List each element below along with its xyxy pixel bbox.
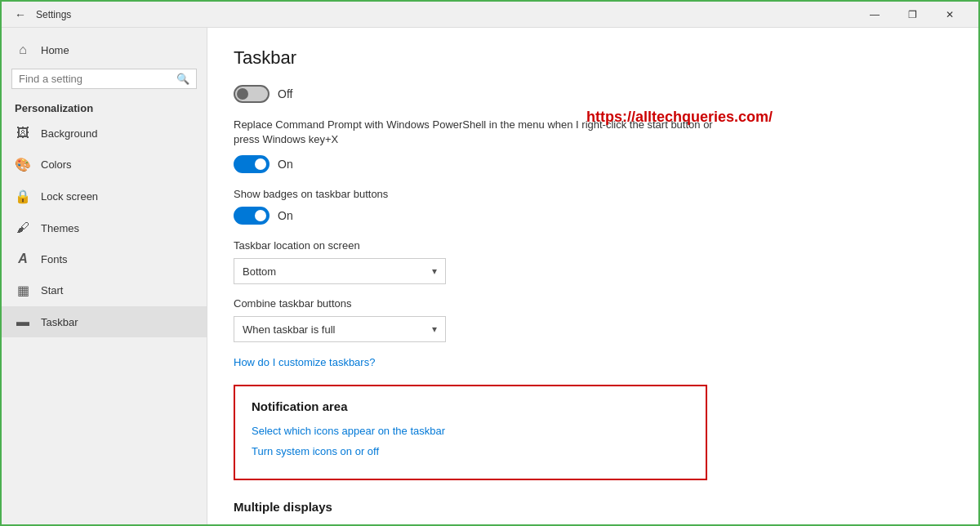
- minimize-button[interactable]: —: [856, 2, 893, 28]
- description1: Replace Command Prompt with Windows Powe…: [234, 118, 724, 147]
- location-value: Bottom: [243, 265, 276, 278]
- toggle2-control: On: [234, 155, 952, 173]
- combine-dropdown[interactable]: When taskbar is full ▾: [234, 316, 446, 342]
- sidebar-colors-label: Colors: [41, 158, 194, 171]
- colors-icon: 🎨: [15, 157, 31, 172]
- sidebar-item-fonts[interactable]: A Fonts: [2, 243, 207, 274]
- background-icon: 🖼: [15, 126, 31, 140]
- notification-area-box: Notification area Select which icons app…: [234, 385, 707, 480]
- toggle2-row: On: [234, 155, 952, 173]
- sidebar-fonts-label: Fonts: [41, 253, 194, 265]
- toggle2-label: On: [278, 158, 293, 171]
- toggle3-track: [234, 207, 270, 225]
- toggle2[interactable]: [234, 155, 270, 173]
- home-icon: ⌂: [15, 42, 31, 57]
- title-bar-left: ← Settings: [11, 5, 71, 25]
- toggle3-thumb: [255, 210, 266, 221]
- main-panel: https://alltechqueries.com/ Taskbar Off …: [207, 28, 978, 524]
- combine-value: When taskbar is full: [243, 323, 335, 336]
- maximize-button[interactable]: ❐: [893, 2, 931, 28]
- sidebar-home-label: Home: [41, 44, 194, 56]
- sidebar-section-label: Personalization: [2, 96, 207, 118]
- title-bar-title: Settings: [36, 9, 71, 20]
- search-icon: 🔍: [176, 73, 189, 85]
- sidebar-item-taskbar[interactable]: ▬ Taskbar: [2, 306, 207, 337]
- toggle3-control: On: [234, 207, 952, 225]
- toggle1-track: [234, 85, 270, 103]
- toggle3[interactable]: [234, 207, 270, 225]
- content-area: https://alltechqueries.com/ Taskbar Off …: [234, 47, 952, 524]
- multiple-displays-title: Multiple displays: [234, 500, 952, 514]
- sidebar-item-start[interactable]: ▦ Start: [2, 274, 207, 306]
- badges-label: Show badges on taskbar buttons: [234, 188, 952, 200]
- notification-link2[interactable]: Turn system icons on or off: [252, 445, 689, 457]
- sidebar-item-lock-screen[interactable]: 🔒 Lock screen: [2, 181, 207, 212]
- toggle1-row: Off: [234, 85, 952, 103]
- notification-link1[interactable]: Select which icons appear on the taskbar: [252, 425, 689, 437]
- toggle3-label: On: [278, 209, 293, 222]
- toggle1[interactable]: [234, 85, 270, 103]
- themes-icon: 🖌: [15, 221, 31, 235]
- sidebar-lock-screen-label: Lock screen: [41, 190, 194, 203]
- combine-dropdown-arrow: ▾: [432, 323, 437, 335]
- toggle2-track: [234, 155, 270, 173]
- app-body: ⌂ Home 🔍 Personalization 🖼 Background 🎨 …: [2, 28, 978, 524]
- search-input[interactable]: [19, 73, 176, 85]
- page-title: Taskbar: [234, 47, 952, 69]
- sidebar-item-background[interactable]: 🖼 Background: [2, 118, 207, 149]
- notification-area-title: Notification area: [252, 399, 689, 413]
- location-label: Taskbar location on screen: [234, 239, 952, 252]
- combine-label: Combine taskbar buttons: [234, 297, 952, 310]
- toggle2-thumb: [255, 158, 266, 170]
- toggle1-thumb: [237, 88, 248, 100]
- sidebar-item-colors[interactable]: 🎨 Colors: [2, 149, 207, 181]
- lock-screen-icon: 🔒: [15, 189, 31, 204]
- customize-link[interactable]: How do I customize taskbars?: [234, 356, 375, 368]
- sidebar-search-box[interactable]: 🔍: [11, 69, 197, 89]
- location-dropdown[interactable]: Bottom ▾: [234, 258, 446, 284]
- start-icon: ▦: [15, 283, 31, 298]
- back-button[interactable]: ←: [11, 5, 29, 25]
- sidebar-item-themes[interactable]: 🖌 Themes: [2, 212, 207, 243]
- title-bar: ← Settings — ❐ ✕: [2, 2, 978, 28]
- toggle1-control: Off: [234, 85, 952, 103]
- fonts-icon: A: [15, 252, 31, 266]
- title-bar-controls: — ❐ ✕: [856, 2, 969, 28]
- sidebar: ⌂ Home 🔍 Personalization 🖼 Background 🎨 …: [2, 28, 207, 524]
- toggle1-label: Off: [278, 87, 292, 100]
- toggle3-row: On: [234, 207, 952, 225]
- sidebar-taskbar-label: Taskbar: [41, 316, 194, 328]
- sidebar-item-home[interactable]: ⌂ Home: [2, 34, 207, 65]
- taskbar-icon: ▬: [15, 314, 31, 329]
- sidebar-themes-label: Themes: [41, 222, 194, 234]
- sidebar-start-label: Start: [41, 284, 194, 296]
- close-button[interactable]: ✕: [931, 2, 969, 28]
- location-dropdown-arrow: ▾: [432, 265, 437, 277]
- sidebar-background-label: Background: [41, 127, 194, 140]
